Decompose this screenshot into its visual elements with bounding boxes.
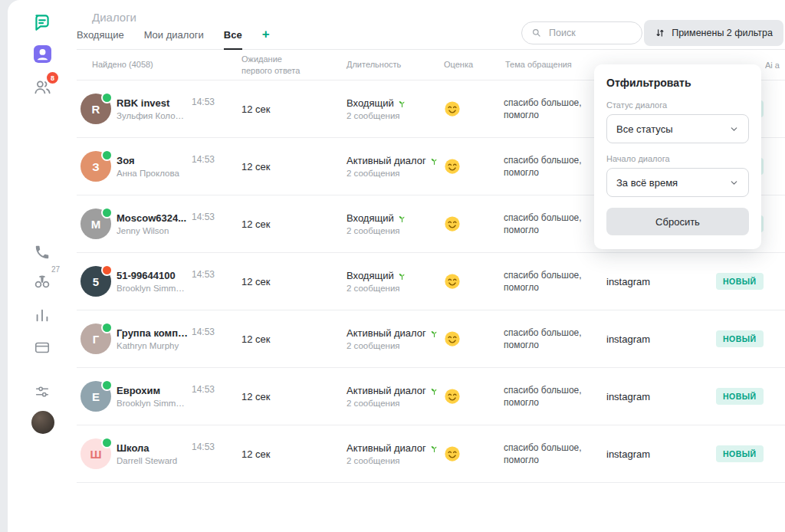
settings-sliders-icon[interactable] (32, 382, 52, 402)
contact-name: 51-99644100 (117, 270, 189, 281)
first-response-wait: 12 сек (239, 161, 347, 172)
messages-count: 2 сообщения (347, 341, 442, 350)
contact-subtitle: Darrell Steward (117, 456, 189, 465)
dialog-time: 14:53 (192, 269, 239, 280)
status-cell: Активный диалог 2 сообщения (347, 327, 442, 350)
contacts-count-badge: 8 (47, 72, 58, 84)
presence-dot (101, 437, 113, 448)
avatar: Е (80, 381, 111, 412)
dialog-row[interactable]: Г Группа компа... Kathryn Murphy 14:53 1… (77, 310, 785, 368)
name-cell: Зоя Анна Проклова (117, 155, 192, 178)
sprout-icon (429, 386, 439, 396)
topic-text: спасибо большое, помогло (504, 154, 605, 179)
header-rating: Оценка (442, 59, 504, 70)
dialog-time: 14:53 (192, 384, 239, 395)
applied-filters-label: Применены 2 фильтра (672, 28, 773, 38)
header-duration: Длительность (347, 59, 442, 70)
sprout-icon (397, 213, 407, 223)
happy-emoji-icon (444, 445, 461, 462)
app-window: 8 27 Диалоги Входящие Мои диалоги Все + (0, 0, 785, 532)
presence-dot (101, 207, 113, 218)
name-cell: Группа компа... Kathryn Murphy (117, 327, 192, 350)
sprout-icon (397, 98, 407, 108)
filter-popup: Отфильтровать Статус диалога Все статусы… (594, 64, 761, 249)
search-box[interactable] (521, 21, 642, 44)
sprout-icon (429, 328, 439, 338)
messages-count: 2 сообщения (347, 284, 442, 293)
name-cell: Moscow6324... Jenny Wilson (117, 212, 192, 235)
contact-name: Школа (117, 442, 189, 454)
status-cell: Входящий 2 сообщения (347, 212, 442, 235)
contact-name: Еврохим (117, 385, 189, 396)
presence-dot (101, 379, 113, 391)
bot-icon[interactable] (32, 44, 52, 64)
messages-count: 2 сообщения (347, 456, 442, 465)
avatar-cell: M (77, 209, 117, 239)
badge-cell: НОВЫЙ (716, 330, 785, 347)
dialog-time: 14:53 (192, 327, 239, 337)
sidebar: 8 27 (8, 0, 77, 532)
contact-name: Группа компа... (117, 327, 189, 339)
dialog-row[interactable]: М М.Видео Kathryn Murphy 14:53 12 сек Ак… (77, 483, 785, 491)
status-filter-select[interactable]: Все статусы (606, 114, 749, 143)
name-cell: RBK invest Зульфия Коломеец (117, 97, 192, 120)
presence-dot (101, 149, 113, 161)
app-logo-chat-icon[interactable] (32, 12, 52, 32)
dialog-status: Активный диалог (347, 385, 426, 396)
dialog-status: Активный диалог (347, 442, 426, 454)
applied-filters-button[interactable]: Применены 2 фильтра (644, 20, 783, 46)
reset-filters-button[interactable]: Сбросить (606, 208, 749, 235)
tab-my-dialogs[interactable]: Мои диалоги (144, 29, 204, 49)
billing-icon[interactable] (32, 337, 52, 357)
status-badge: НОВЫЙ (716, 445, 764, 462)
status-cell: Активный диалог 2 сообщения (347, 385, 442, 408)
search-monitor-icon[interactable]: 27 (32, 271, 52, 291)
filter-icon (655, 28, 665, 38)
rating-cell (442, 215, 504, 232)
avatar-initial: Е (92, 390, 100, 403)
topic-text: спасибо большое, помогло (504, 212, 605, 236)
messages-count: 2 сообщения (347, 111, 442, 120)
rating-cell (442, 330, 504, 347)
avatar-initial: R (92, 103, 100, 116)
start-filter-label: Начало диалога (606, 154, 749, 163)
search-input[interactable] (547, 27, 632, 39)
contact-subtitle: Зульфия Коломеец (117, 111, 189, 120)
happy-emoji-icon (444, 158, 461, 175)
avatar-initial: З (92, 160, 99, 173)
avatar-cell: 5 (77, 266, 117, 297)
contacts-icon[interactable]: 8 (32, 77, 52, 97)
dialog-time: 14:53 (192, 97, 239, 107)
tab-all[interactable]: Все (224, 29, 242, 50)
dialog-status: Активный диалог (347, 155, 426, 166)
happy-emoji-icon (444, 100, 461, 117)
presence-dot (101, 264, 113, 276)
phone-icon[interactable] (32, 242, 52, 262)
status-cell: Входящий 2 сообщения (347, 270, 442, 293)
name-cell: Школа Darrell Steward (117, 442, 192, 465)
status-filter-value: Все статусы (616, 123, 673, 135)
badge-cell: НОВЫЙ (716, 388, 785, 405)
dialog-row[interactable]: 5 51-99644100 Brooklyn Simmons 14:53 12 … (77, 253, 785, 310)
channel-name: instagram (605, 391, 716, 402)
messages-count: 2 сообщения (347, 399, 442, 408)
tab-incoming[interactable]: Входящие (77, 29, 124, 49)
dialog-row[interactable]: Ш Школа Darrell Steward 14:53 12 сек Акт… (77, 425, 785, 483)
name-cell: Еврохим Brooklyn Simmons (117, 385, 192, 408)
avatar-cell: Г (77, 323, 117, 354)
filter-popup-title: Отфильтровать (606, 77, 749, 89)
stats-icon[interactable] (32, 305, 52, 325)
status-filter-label: Статус диалога (606, 100, 749, 110)
topic-text: спасибо большое, помогло (504, 269, 605, 294)
start-filter-select[interactable]: За всё время (606, 168, 749, 197)
topic-text: спасибо большое, помогло (504, 442, 605, 466)
user-avatar[interactable] (31, 411, 54, 434)
avatar-initial: Ш (90, 448, 101, 461)
avatar-cell: Ш (77, 438, 117, 469)
avatar: З (80, 151, 111, 182)
avatar: 5 (80, 266, 111, 297)
add-tab-button[interactable]: + (262, 27, 270, 49)
rating-cell (442, 273, 504, 290)
rating-cell (442, 388, 504, 405)
dialog-row[interactable]: Е Еврохим Brooklyn Simmons 14:53 12 сек … (77, 368, 785, 425)
